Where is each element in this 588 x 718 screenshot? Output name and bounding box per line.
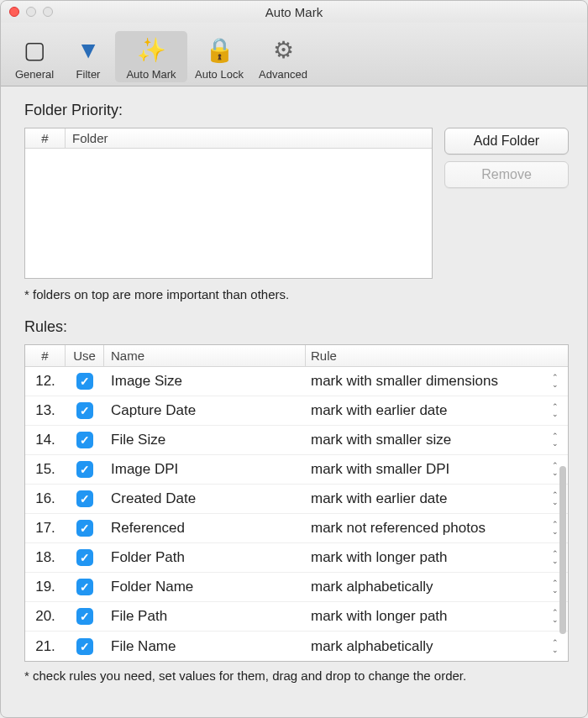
rule-value[interactable]: mark with smaller size [306,432,543,448]
table-row[interactable]: 21.✓File Namemark alphabetically [25,632,568,661]
tab-advanced[interactable]: ⚙ Advanced [251,31,315,82]
rules-body: 12.✓Image Sizemark with smaller dimensio… [25,367,568,661]
rule-name: Capture Date [104,402,306,419]
rule-name: Folder Path [104,549,306,566]
checkmark-icon: ✓ [76,608,93,625]
folder-priority-header: # Folder [25,128,432,149]
table-row[interactable]: 18.✓Folder Pathmark with longer path [25,543,568,573]
rule-number: 12. [25,373,66,390]
rule-name: Folder Name [104,579,306,595]
rules-label: Rules: [24,318,569,336]
rule-number: 18. [25,549,66,566]
rule-number: 21. [25,638,66,655]
chevron-updown-icon [549,637,562,657]
checkmark-icon: ✓ [76,402,93,419]
checkmark-icon: ✓ [76,638,93,655]
rule-use-checkbox[interactable]: ✓ [66,490,104,507]
rule-value[interactable]: mark alphabetically [306,638,543,655]
rule-number: 13. [25,402,66,419]
rule-use-checkbox[interactable]: ✓ [66,432,104,448]
column-header-rule[interactable]: Rule [306,345,568,366]
remove-folder-button: Remove [444,161,569,188]
rules-header: # Use Name Rule [25,345,568,367]
tab-label: General [8,68,61,81]
rule-value[interactable]: mark alphabetically [306,579,543,595]
lock-icon: 🔒 [187,34,251,66]
rules-scrollbar[interactable] [559,466,566,634]
checkmark-icon: ✓ [76,579,93,595]
wand-icon: ✨ [115,34,187,66]
rule-value[interactable]: mark with longer path [306,608,543,625]
table-row[interactable]: 12.✓Image Sizemark with smaller dimensio… [25,367,568,396]
checkmark-icon: ✓ [76,549,93,566]
rule-number: 16. [25,490,66,507]
rule-value[interactable]: mark with earlier date [306,402,543,419]
tab-general[interactable]: ▢ General [8,31,61,82]
tab-auto-lock[interactable]: 🔒 Auto Lock [187,31,251,82]
tab-auto-mark[interactable]: ✨ Auto Mark [115,31,187,82]
rule-name: Image DPI [104,461,306,478]
gear-icon: ⚙ [251,34,315,66]
folder-priority-label: Folder Priority: [24,102,569,119]
column-header-name[interactable]: Name [104,345,306,366]
folder-priority-table[interactable]: # Folder [24,128,433,279]
tab-filter[interactable]: ▼ Filter [61,31,115,82]
chevron-updown-icon [549,371,562,391]
funnel-icon: ▼ [61,34,115,66]
column-header-num[interactable]: # [25,345,66,366]
table-row[interactable]: 13.✓Capture Datemark with earlier date [25,396,568,426]
rule-number: 15. [25,461,66,478]
tab-label: Filter [61,68,115,81]
rule-value[interactable]: mark with longer path [306,549,543,566]
rule-use-checkbox[interactable]: ✓ [66,402,104,419]
rule-value[interactable]: mark not referenced photos [306,520,543,537]
checkmark-icon: ✓ [76,490,93,507]
rule-value[interactable]: mark with smaller dimensions [306,373,543,390]
titlebar: Auto Mark [1,1,587,23]
rule-use-checkbox[interactable]: ✓ [66,461,104,478]
rule-use-checkbox[interactable]: ✓ [66,373,104,390]
rule-name: Referenced [104,520,306,537]
rule-use-checkbox[interactable]: ✓ [66,579,104,595]
column-header-use[interactable]: Use [66,345,104,366]
table-row[interactable]: 15.✓Image DPImark with smaller DPI [25,455,568,485]
checkmark-icon: ✓ [76,520,93,537]
general-icon: ▢ [8,34,61,66]
checkmark-icon: ✓ [76,461,93,478]
chevron-updown-icon [549,401,562,421]
checkmark-icon: ✓ [76,432,93,448]
rule-value[interactable]: mark with smaller DPI [306,461,543,478]
rule-name: File Size [104,432,306,448]
table-row[interactable]: 19.✓Folder Namemark alphabetically [25,573,568,602]
rule-name: Image Size [104,373,306,390]
tab-label: Advanced [251,68,315,81]
rule-stepper[interactable] [543,401,568,421]
rule-stepper[interactable] [543,637,568,657]
folder-priority-hint: * folders on top are more important than… [24,287,569,301]
rule-stepper[interactable] [543,371,568,391]
table-row[interactable]: 20.✓File Pathmark with longer path [25,602,568,632]
rule-use-checkbox[interactable]: ✓ [66,549,104,566]
rule-name: File Path [104,608,306,625]
rule-number: 17. [25,520,66,537]
rules-hint: * check rules you need, set values for t… [24,668,569,683]
rule-stepper[interactable] [543,430,568,450]
rule-use-checkbox[interactable]: ✓ [66,638,104,655]
chevron-updown-icon [549,430,562,450]
table-row[interactable]: 17.✓Referencedmark not referenced photos [25,514,568,543]
tab-label: Auto Lock [187,68,251,81]
table-row[interactable]: 16.✓Created Datemark with earlier date [25,485,568,514]
rule-number: 14. [25,432,66,448]
add-folder-button[interactable]: Add Folder [444,128,569,155]
rule-use-checkbox[interactable]: ✓ [66,520,104,537]
rule-value[interactable]: mark with earlier date [306,490,543,507]
content-area: Folder Priority: # Folder Add Folder Rem… [1,86,587,694]
rule-number: 20. [25,608,66,625]
rule-use-checkbox[interactable]: ✓ [66,608,104,625]
rule-number: 19. [25,579,66,595]
column-header-num[interactable]: # [25,128,66,148]
column-header-folder[interactable]: Folder [66,128,432,148]
table-row[interactable]: 14.✓File Sizemark with smaller size [25,426,568,455]
checkmark-icon: ✓ [76,373,93,390]
tab-label: Auto Mark [115,68,187,81]
